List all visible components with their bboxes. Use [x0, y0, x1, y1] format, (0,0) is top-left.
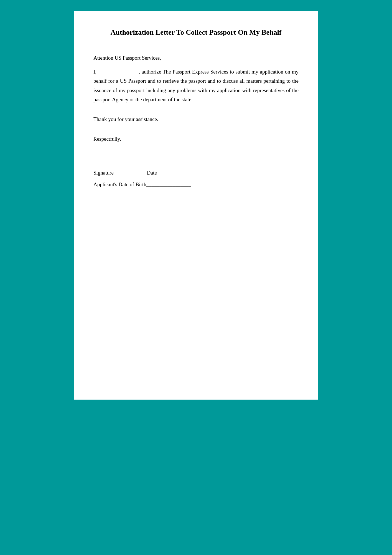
respectfully-line: Respectfully,: [93, 135, 299, 143]
dob-line: Applicant's Date of Birth_______________…: [93, 180, 299, 189]
letter-page: Authorization Letter To Collect Passport…: [74, 11, 318, 400]
signature-label: Signature: [93, 168, 114, 178]
body-paragraph: I,________________, authorize The Passpo…: [93, 67, 299, 104]
letter-title: Authorization Letter To Collect Passport…: [93, 28, 299, 37]
signature-underline: ________________________: [93, 160, 299, 166]
attention-line: Attention US Passport Services,: [93, 54, 299, 62]
date-label: Date: [147, 168, 157, 178]
thank-you-line: Thank you for your assistance.: [93, 115, 299, 123]
signature-fields: Signature Date: [93, 168, 299, 178]
